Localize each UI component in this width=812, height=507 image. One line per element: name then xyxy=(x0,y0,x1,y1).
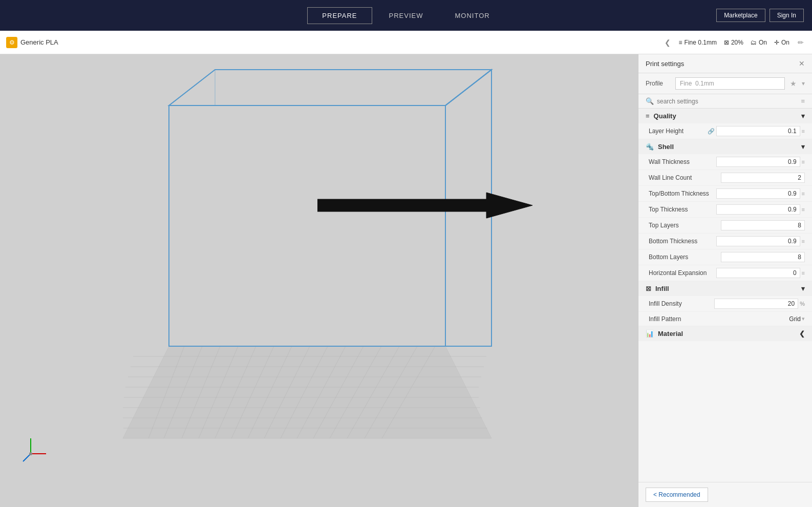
setting-wall-thickness: Wall Thickness ≡ xyxy=(638,154,812,170)
second-bar-right: ❮ ≡ Fine 0.1mm ⊠ 20% 🗂 On ✛ On ✏ xyxy=(665,38,804,47)
profile-info: ≡ Fine 0.1mm xyxy=(679,39,717,46)
svg-line-27 xyxy=(169,70,215,105)
material-chevron-icon: ❮ xyxy=(799,330,805,337)
profile-row: Profile ★ ▾ xyxy=(638,73,812,94)
settings-body[interactable]: ≡ Quality ▾ Layer Height 🔗 ≡ 🔩 Shell xyxy=(638,109,812,482)
top-bottom-thickness-label: Top/Bottom Thickness xyxy=(649,190,716,197)
wall-line-count-input[interactable] xyxy=(721,173,805,183)
filter-icon[interactable]: ≡ xyxy=(801,97,805,105)
horizontal-expansion-label: Horizontal Expansion xyxy=(649,269,716,277)
top-nav: PREPARE PREVIEW MONITOR Marketplace Sign… xyxy=(0,0,812,31)
bottom-layers-label: Bottom Layers xyxy=(649,253,721,261)
profile-chevron-icon[interactable]: ▾ xyxy=(802,80,805,87)
section-material-left: 📊 Material xyxy=(646,330,683,337)
bottom-thickness-menu-icon[interactable]: ≡ xyxy=(802,238,805,244)
bottom-layers-input[interactable] xyxy=(721,252,805,262)
machine-icon: ⚙ xyxy=(6,37,17,48)
collapse-button[interactable]: ❮ xyxy=(665,38,671,47)
setting-wall-line-count: Wall Line Count xyxy=(638,170,812,186)
horizontal-expansion-input[interactable] xyxy=(716,268,800,278)
search-input[interactable] xyxy=(657,98,798,105)
setting-layer-height: Layer Height 🔗 ≡ xyxy=(638,123,812,139)
support-icon: 🗂 xyxy=(751,39,757,46)
setting-top-bottom-thickness: Top/Bottom Thickness ≡ xyxy=(638,186,812,202)
layer-height-input[interactable] xyxy=(716,126,800,136)
section-infill-label: Infill xyxy=(655,285,669,292)
infill-section-icon: ⊠ xyxy=(646,285,651,292)
right-panel: Print settings ✕ Profile ★ ▾ 🔍 ≡ ≡ Quali… xyxy=(638,54,812,507)
top-thickness-menu-icon[interactable]: ≡ xyxy=(802,206,805,213)
setting-horizontal-expansion: Horizontal Expansion ≡ xyxy=(638,265,812,281)
infill-pattern-chevron-icon[interactable]: ▾ xyxy=(802,315,805,322)
axis-indicator xyxy=(23,438,46,461)
infill-value: 20% xyxy=(731,39,743,46)
infill-pattern-value: Grid xyxy=(789,315,801,323)
shell-chevron-icon: ▾ xyxy=(801,143,805,151)
section-quality-label: Quality xyxy=(654,112,676,120)
bottom-thickness-label: Bottom Thickness xyxy=(649,238,716,245)
scene-svg xyxy=(0,54,638,507)
layer-height-label: Layer Height xyxy=(649,128,708,135)
section-shell-label: Shell xyxy=(658,143,674,151)
top-bottom-thickness-menu-icon[interactable]: ≡ xyxy=(802,191,805,197)
signin-button[interactable]: Sign In xyxy=(770,9,804,22)
main-content: Print settings ✕ Profile ★ ▾ 🔍 ≡ ≡ Quali… xyxy=(0,54,812,507)
svg-marker-0 xyxy=(123,346,492,438)
horizontal-expansion-menu-icon[interactable]: ≡ xyxy=(802,270,805,276)
horizontal-expansion-value-wrap: ≡ xyxy=(716,268,805,278)
setting-infill-pattern: Infill Pattern Grid ▾ xyxy=(638,312,812,326)
layer-height-menu-icon[interactable]: ≡ xyxy=(802,128,805,134)
section-infill[interactable]: ⊠ Infill ▾ xyxy=(638,281,812,296)
recommended-button[interactable]: < Recommended xyxy=(646,488,708,502)
top-bottom-thickness-input[interactable] xyxy=(716,188,800,199)
section-material-label: Material xyxy=(658,330,683,337)
edit-settings-icon[interactable]: ✏ xyxy=(798,38,804,47)
svg-marker-25 xyxy=(169,70,492,105)
nav-right-buttons: Marketplace Sign In xyxy=(716,9,804,22)
tab-monitor[interactable]: MONITOR xyxy=(440,7,504,24)
marketplace-button[interactable]: Marketplace xyxy=(716,9,765,22)
nav-tabs: PREPARE PREVIEW MONITOR xyxy=(307,7,504,24)
section-shell[interactable]: 🔩 Shell ▾ xyxy=(638,139,812,154)
wall-line-count-label: Wall Line Count xyxy=(649,174,721,181)
infill-density-label: Infill Density xyxy=(649,300,714,307)
bottom-layers-value-wrap xyxy=(721,252,805,262)
bottom-thickness-input[interactable] xyxy=(716,236,800,246)
infill-density-input[interactable] xyxy=(714,299,798,309)
star-icon[interactable]: ★ xyxy=(790,79,797,88)
svg-rect-24 xyxy=(169,105,445,346)
tab-preview[interactable]: PREVIEW xyxy=(374,7,438,24)
settings-panel-header: Print settings ✕ xyxy=(638,54,812,73)
infill-pattern-value-wrap: Grid ▾ xyxy=(789,315,805,323)
top-thickness-value-wrap: ≡ xyxy=(716,204,805,215)
wall-thickness-input[interactable] xyxy=(716,157,800,167)
svg-point-33 xyxy=(29,452,32,455)
settings-footer: < Recommended xyxy=(638,482,812,507)
infill-info: ⊠ 20% xyxy=(724,39,743,46)
close-settings-icon[interactable]: ✕ xyxy=(799,59,805,68)
settings-info: ≡ Fine 0.1mm ⊠ 20% 🗂 On ✛ On xyxy=(679,39,789,46)
infill-pattern-label: Infill Pattern xyxy=(649,315,789,323)
svg-marker-26 xyxy=(445,70,492,346)
search-row: 🔍 ≡ xyxy=(638,94,812,109)
section-quality[interactable]: ≡ Quality ▾ xyxy=(638,109,812,123)
section-shell-left: 🔩 Shell xyxy=(646,143,674,151)
tab-prepare[interactable]: PREPARE xyxy=(307,7,372,24)
section-quality-left: ≡ Quality xyxy=(646,112,676,120)
top-layers-label: Top Layers xyxy=(649,222,721,229)
top-thickness-input[interactable] xyxy=(716,204,800,215)
infill-density-value-wrap: % xyxy=(714,299,805,309)
wall-thickness-value-wrap: ≡ xyxy=(716,157,805,167)
viewport xyxy=(0,54,638,507)
setting-infill-density: Infill Density % xyxy=(638,296,812,312)
top-layers-input[interactable] xyxy=(721,220,805,230)
layer-height-link-icon[interactable]: 🔗 xyxy=(708,128,715,135)
adhesion-icon: ✛ xyxy=(774,39,779,46)
setting-top-thickness: Top Thickness ≡ xyxy=(638,202,812,218)
setting-bottom-thickness: Bottom Thickness ≡ xyxy=(638,234,812,249)
settings-title: Print settings xyxy=(646,60,684,68)
wall-thickness-menu-icon[interactable]: ≡ xyxy=(802,159,805,165)
grid-platform xyxy=(123,346,492,438)
profile-input[interactable] xyxy=(675,77,785,90)
section-material[interactable]: 📊 Material ❮ xyxy=(638,326,812,341)
